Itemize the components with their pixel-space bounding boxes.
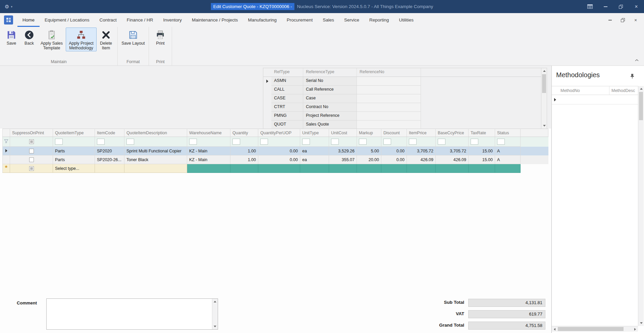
suppress-checkbox-cell[interactable] [10, 147, 53, 155]
ribbon-collapse-button[interactable] [633, 57, 640, 63]
col-header-methoddesc[interactable]: MethodDesc [609, 86, 638, 95]
referenceno-cell[interactable] [357, 94, 421, 103]
warehousename-cell[interactable]: KZ - Main [187, 155, 230, 164]
suppress-checkbox-cell[interactable] [10, 155, 53, 164]
reftype-cell[interactable]: PMNG [271, 112, 303, 121]
menu-tab-reporting[interactable]: Reporting [364, 13, 394, 27]
mdi-minimize-button[interactable] [604, 15, 616, 25]
gear-icon[interactable]: ⚙ [5, 4, 9, 9]
status-cell[interactable]: A [495, 155, 521, 164]
filter-cell-unittype[interactable] [300, 137, 329, 147]
filter-cell-baseccyprice[interactable] [436, 137, 469, 147]
filter-cell-quoteitemdescription[interactable] [124, 137, 187, 147]
methodologies-vertical-scrollbar[interactable] [638, 86, 644, 326]
quantity-cell[interactable] [230, 164, 258, 173]
filter-cell-discount[interactable] [381, 137, 407, 147]
menu-tab-maintenance-projects[interactable]: Maintenance / Projects [187, 13, 243, 27]
menu-tab-procurement[interactable]: Procurement [282, 13, 318, 27]
apply-sales-template-button[interactable]: Apply Sales Template [38, 28, 66, 51]
reference-row[interactable]: CASE Case [263, 94, 541, 103]
filter-cell-taxrate[interactable] [469, 137, 495, 147]
menu-tab-equipment-locations[interactable]: Equipment / Locations [40, 13, 95, 27]
col-header-quantity[interactable]: Quantity [230, 129, 258, 137]
maximize-restore-button[interactable] [613, 0, 629, 13]
reference-row[interactable]: QUOT Sales Quote [263, 121, 541, 129]
col-header-suppressonprint[interactable]: SuppressOnPrint [10, 129, 53, 137]
comment-textarea[interactable] [46, 298, 218, 330]
col-header-unitcost[interactable]: UnitCost [329, 129, 357, 137]
referencetype-cell[interactable]: Project Reference [303, 112, 357, 121]
itemcode-cell[interactable]: SP2020-26... [95, 155, 124, 164]
discount-cell[interactable]: 0.00 [381, 155, 407, 164]
filter-cell-itemprice[interactable] [407, 137, 436, 147]
quoteitemdescription-cell[interactable] [124, 164, 187, 173]
referenceno-cell[interactable] [357, 103, 421, 112]
reference-row[interactable]: ASMN Serial No [263, 77, 541, 86]
col-header-quantityperuop[interactable]: QuantityPerUOP [258, 129, 300, 137]
referenceno-cell[interactable] [357, 121, 421, 129]
text-filter-icon[interactable] [302, 139, 310, 145]
quick-access-toolbar[interactable]: ⚙ ▾ [5, 0, 12, 13]
referencetype-cell[interactable]: Contract No [303, 103, 357, 112]
quoteitemtype-cell[interactable]: Parts [53, 147, 95, 155]
col-header-taxrate[interactable]: TaxRate [469, 129, 495, 137]
unittype-cell[interactable]: ea [300, 147, 329, 155]
itemcode-cell[interactable] [95, 164, 124, 173]
menu-tab-finance-hr[interactable]: Finance / HR [122, 13, 158, 27]
status-cell[interactable] [495, 164, 521, 173]
referenceno-cell[interactable] [357, 86, 421, 94]
baseccyprice-cell[interactable]: 3,705.72 [436, 147, 469, 155]
col-header-discount[interactable]: Discount [381, 129, 407, 137]
quantity-cell[interactable]: 1.00 [230, 155, 258, 164]
col-header-referenceno[interactable]: ReferenceNo [357, 68, 421, 77]
col-header-baseccyprice[interactable]: BaseCcyPrice [436, 129, 469, 137]
col-header-itemcode[interactable]: ItemCode [95, 129, 124, 137]
quantityperuop-cell[interactable] [258, 164, 300, 173]
referenceno-cell[interactable] [357, 112, 421, 121]
quoteitemdescription-cell[interactable]: Sprint Multi Functional Copier [124, 147, 187, 155]
scroll-down-button[interactable] [541, 123, 547, 129]
col-header-referencetype[interactable]: ReferenceType [303, 68, 357, 77]
quoteitemtype-cell[interactable]: Parts [53, 155, 95, 164]
equals-filter-icon[interactable] [409, 139, 417, 145]
filter-cell-quantity[interactable] [230, 137, 258, 147]
menu-tab-sales[interactable]: Sales [318, 13, 339, 27]
mdi-restore-button[interactable] [616, 15, 629, 25]
scroll-up-button[interactable] [541, 68, 547, 74]
markup-cell[interactable] [357, 164, 381, 173]
markup-cell[interactable]: 5.00 [357, 147, 381, 155]
unitcost-cell[interactable]: 355.07 [329, 155, 357, 164]
equals-filter-icon[interactable] [438, 139, 445, 145]
unittype-cell[interactable] [300, 164, 329, 173]
filter-cell-warehousename[interactable] [187, 137, 230, 147]
quoteitemdescription-cell[interactable]: Toner Black [124, 155, 187, 164]
menu-tab-manufacturing[interactable]: Manufacturing [243, 13, 282, 27]
col-header-unittype[interactable]: UnitType [300, 129, 329, 137]
quantity-cell[interactable]: 1.00 [230, 147, 258, 155]
save-button[interactable]: Save [2, 28, 21, 47]
filter-cell-unitcost[interactable] [329, 137, 357, 147]
scroll-down-button[interactable] [212, 324, 218, 329]
text-filter-icon[interactable] [126, 139, 134, 145]
methodologies-horizontal-scrollbar[interactable] [552, 326, 638, 332]
scroll-left-button[interactable] [552, 326, 557, 332]
delete-item-button[interactable]: Delete Item [97, 28, 115, 51]
unitcost-cell[interactable]: 3,529.26 [329, 147, 357, 155]
col-header-status[interactable]: Status [495, 129, 521, 137]
comment-scrollbar[interactable] [212, 299, 218, 329]
col-header-markup[interactable]: Markup [357, 129, 381, 137]
itemprice-cell[interactable] [407, 164, 436, 173]
itemcode-cell[interactable]: SP2020 [95, 147, 124, 155]
auto-hide-pin-button[interactable] [629, 73, 635, 79]
col-header-quoteitemdescription[interactable]: QuoteItemDescription [124, 129, 187, 137]
reftype-cell[interactable]: CALL [271, 86, 303, 94]
equals-filter-icon[interactable] [55, 139, 63, 145]
itemprice-cell[interactable]: 3,705.72 [407, 147, 436, 155]
back-button[interactable]: Back [21, 28, 38, 47]
unittype-cell[interactable]: ea [300, 155, 329, 164]
warehousename-cell[interactable]: KZ - Main [187, 147, 230, 155]
filter-cell-markup[interactable] [357, 137, 381, 147]
minimize-button[interactable] [598, 0, 613, 13]
quantityperuop-cell[interactable]: 0.00 [258, 155, 300, 164]
table-view-button[interactable] [582, 0, 598, 13]
